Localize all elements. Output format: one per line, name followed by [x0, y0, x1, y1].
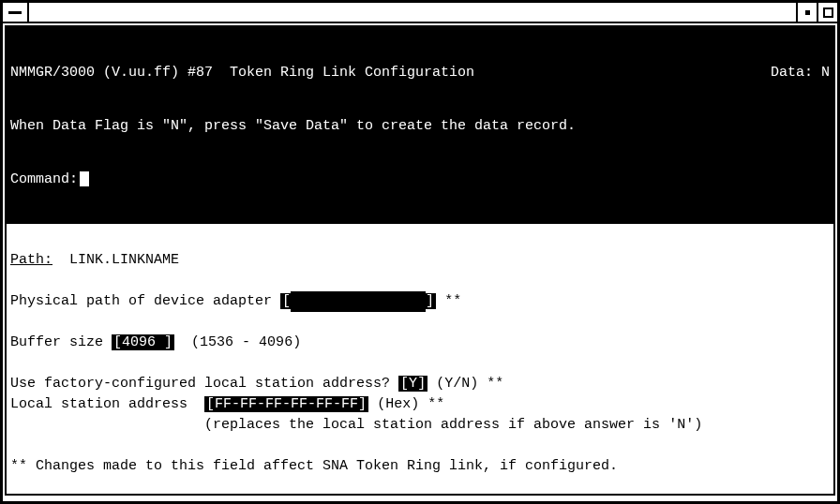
factory-input[interactable]: Y	[409, 376, 417, 392]
factory-suffix: (Y/N) **	[436, 376, 503, 392]
buffer-input[interactable]: 4096	[122, 334, 164, 350]
window-frame: NMMGR/3000 (V.uu.ff) #87 Token Ring Link…	[0, 0, 840, 504]
phys-path-suffix: **	[444, 293, 461, 309]
screen-title: Token Ring Link Configuration	[230, 65, 474, 81]
buffer-label: Buffer size	[10, 334, 103, 350]
command-label: Command:	[10, 171, 78, 187]
buffer-range: (1536 - 4096)	[191, 334, 301, 350]
header-hint: When Data Flag is "N", press "Save Data"…	[10, 117, 830, 135]
local-addr-input[interactable]: FF-FF-FF-FF-FF-FF	[215, 396, 358, 412]
local-addr-note: (replaces the local station address if a…	[204, 417, 702, 433]
system-menu-icon[interactable]	[3, 3, 29, 22]
path-value: LINK.LINKNAME	[69, 252, 179, 268]
client-area: NMMGR/3000 (V.uu.ff) #87 Token Ring Link…	[5, 25, 835, 496]
phys-path-label: Physical path of device adapter	[10, 293, 272, 309]
local-addr-label: Local station address	[10, 396, 196, 412]
form-content: Path: LINK.LINKNAME Physical path of dev…	[7, 224, 833, 504]
command-input[interactable]	[80, 171, 89, 186]
factory-label: Use factory-configured local station add…	[10, 376, 390, 392]
changes-note: ** Changes made to this field affect SNA…	[10, 458, 618, 474]
titlebar-spacer	[29, 3, 796, 22]
screen-header: NMMGR/3000 (V.uu.ff) #87 Token Ring Link…	[7, 27, 833, 224]
data-flag-label: Data:	[771, 65, 813, 81]
data-flag-value: N	[821, 65, 830, 81]
minimize-button[interactable]	[796, 3, 817, 22]
path-label: Path:	[10, 252, 52, 268]
titlebar	[3, 3, 837, 23]
phys-path-input[interactable]	[291, 291, 426, 312]
maximize-button[interactable]	[817, 3, 837, 22]
local-addr-suffix: (Hex) **	[377, 396, 444, 412]
app-id: NMMGR/3000 (V.uu.ff) #87	[10, 65, 213, 81]
